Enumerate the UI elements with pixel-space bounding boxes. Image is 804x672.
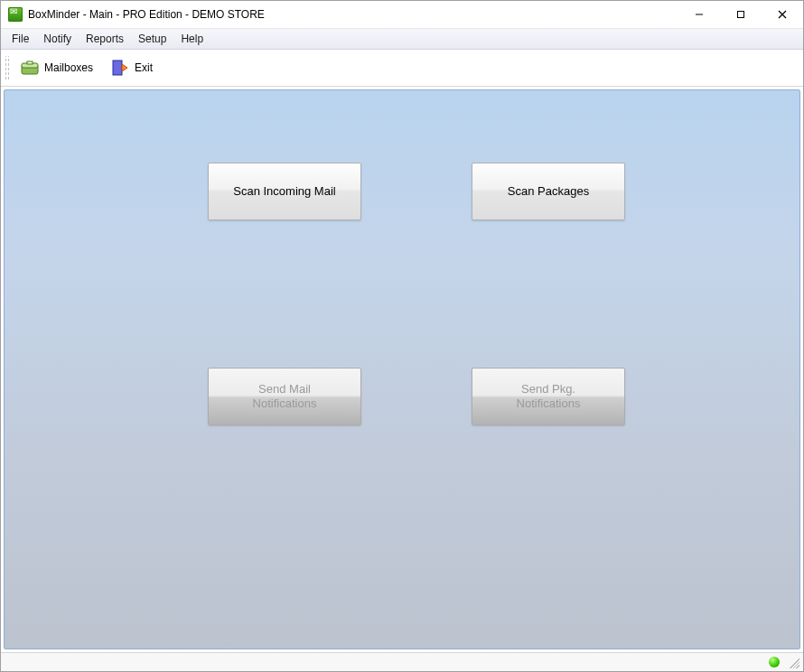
menu-bar: File Notify Reports Setup Help [1, 29, 803, 50]
app-icon [8, 7, 23, 22]
svg-rect-1 [738, 12, 744, 18]
send-pkg-notifications-label-1: Send Pkg. [521, 382, 575, 397]
maximize-button[interactable] [720, 1, 762, 28]
scan-packages-button[interactable]: Scan Packages [472, 163, 625, 220]
close-button[interactable] [762, 1, 803, 28]
exit-button[interactable]: Exit [106, 54, 160, 81]
menu-setup[interactable]: Setup [131, 31, 173, 47]
minimize-icon [695, 10, 704, 19]
title-bar: BoxMinder - Main - PRO Edition - DEMO ST… [1, 1, 803, 29]
status-bar [1, 652, 803, 671]
send-mail-notifications-button[interactable]: Send Mail Notifications [208, 368, 361, 425]
main-panel: Scan Incoming Mail Scan Packages Send Ma… [4, 89, 800, 649]
mailbox-icon [19, 57, 41, 79]
mailboxes-label: Mailboxes [44, 61, 93, 74]
send-pkg-notifications-button[interactable]: Send Pkg. Notifications [472, 368, 625, 425]
scan-incoming-mail-label: Scan Incoming Mail [233, 184, 335, 199]
size-grip[interactable] [787, 656, 799, 668]
scan-packages-label: Scan Packages [508, 184, 589, 199]
app-window: BoxMinder - Main - PRO Edition - DEMO ST… [0, 0, 804, 672]
exit-label: Exit [135, 61, 153, 74]
menu-reports[interactable]: Reports [79, 31, 131, 47]
menu-help[interactable]: Help [173, 31, 210, 47]
scan-incoming-mail-button[interactable]: Scan Incoming Mail [208, 163, 361, 220]
svg-rect-6 [27, 61, 33, 64]
send-mail-notifications-label-1: Send Mail [258, 382, 311, 397]
window-controls [678, 1, 803, 28]
send-pkg-notifications-label-2: Notifications [517, 397, 581, 411]
menu-notify[interactable]: Notify [36, 31, 79, 47]
svg-marker-8 [122, 64, 127, 71]
menu-file[interactable]: File [5, 31, 36, 47]
close-icon [778, 10, 787, 19]
client-area: Scan Incoming Mail Scan Packages Send Ma… [1, 87, 803, 652]
send-mail-notifications-label-2: Notifications [253, 397, 317, 411]
mailboxes-button[interactable]: Mailboxes [15, 54, 100, 81]
minimize-button[interactable] [678, 1, 720, 28]
toolbar-grip [5, 56, 10, 79]
status-indicator-icon [769, 657, 780, 667]
toolbar: Mailboxes Exit [1, 50, 803, 87]
svg-rect-7 [113, 61, 122, 75]
maximize-icon [736, 10, 745, 19]
window-title: BoxMinder - Main - PRO Edition - DEMO ST… [28, 8, 265, 21]
exit-icon [109, 57, 131, 79]
